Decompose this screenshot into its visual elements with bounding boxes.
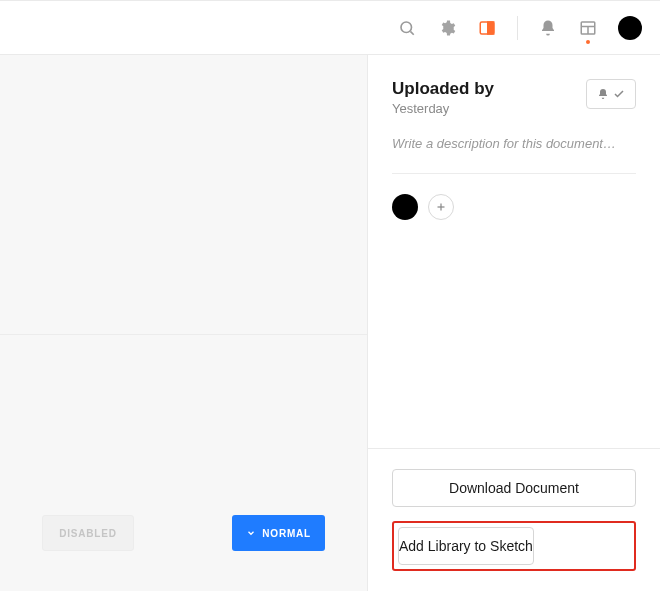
sidebar-footer: Download Document Add Library to Sketch xyxy=(368,448,660,591)
topbar-divider xyxy=(517,16,518,40)
svg-point-0 xyxy=(401,22,412,33)
download-document-button[interactable]: Download Document xyxy=(392,469,636,507)
avatar[interactable] xyxy=(618,16,642,40)
panel-toggle-icon[interactable] xyxy=(477,18,497,38)
artboard-normal[interactable]: NORMAL xyxy=(232,515,325,551)
artboard-disabled-label: DISABLED xyxy=(59,528,117,539)
chevron-down-icon xyxy=(246,528,256,538)
canvas-area: DISABLED NORMAL xyxy=(0,55,367,591)
notification-dot xyxy=(586,40,590,44)
subscribe-button[interactable] xyxy=(586,79,636,109)
sidebar: Uploaded by Yesterday xyxy=(367,55,660,591)
sidebar-separator xyxy=(392,173,636,174)
check-icon xyxy=(613,88,625,100)
topbar xyxy=(0,0,660,55)
highlighted-action: Add Library to Sketch xyxy=(392,521,636,571)
body: DISABLED NORMAL Uploaded by Yesterday xyxy=(0,55,660,591)
plus-icon xyxy=(435,201,447,213)
bell-small-icon xyxy=(597,88,609,100)
canvas-upper-region xyxy=(0,55,367,335)
artboard-normal-label: NORMAL xyxy=(262,528,311,539)
description-input[interactable] xyxy=(392,136,636,151)
search-icon[interactable] xyxy=(397,18,417,38)
svg-rect-3 xyxy=(488,22,494,34)
uploaded-header: Uploaded by Yesterday xyxy=(392,79,636,116)
add-library-label: Add Library to Sketch xyxy=(399,538,533,554)
uploaded-by-title: Uploaded by xyxy=(392,79,494,99)
collaborator-avatar[interactable] xyxy=(392,194,418,220)
download-document-label: Download Document xyxy=(449,480,579,496)
add-library-to-sketch-button[interactable]: Add Library to Sketch xyxy=(398,527,534,565)
add-collaborator-button[interactable] xyxy=(428,194,454,220)
bell-icon[interactable] xyxy=(538,18,558,38)
uploaded-time: Yesterday xyxy=(392,101,494,116)
collaborators-row xyxy=(392,194,636,220)
grid-icon[interactable] xyxy=(578,18,598,38)
sidebar-content: Uploaded by Yesterday xyxy=(368,55,660,448)
gear-icon[interactable] xyxy=(437,18,457,38)
artboard-row: DISABLED NORMAL xyxy=(0,515,367,551)
artboard-disabled[interactable]: DISABLED xyxy=(42,515,134,551)
canvas-lower-region: DISABLED NORMAL xyxy=(0,335,367,591)
svg-line-1 xyxy=(410,31,413,34)
